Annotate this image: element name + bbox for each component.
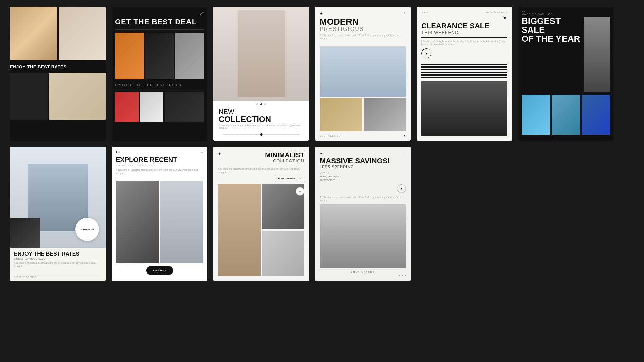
deal-img-1	[115, 33, 144, 79]
card1-img-b1	[10, 73, 48, 120]
biggest-text-block: BIGGEST SALE OF THE YEAR	[522, 17, 582, 92]
mini-collection-sub: COLLECTION	[265, 158, 304, 163]
explore-title: EXPLORE RECENT	[116, 156, 203, 164]
modern-photo-sm1	[320, 98, 362, 131]
biggest-bottom-collage	[522, 95, 610, 135]
diamond-icon-right: ▼	[403, 11, 406, 14]
explore-desc: A collection of upscaled clothes with 50…	[116, 168, 203, 175]
card-modern-prestigious: ✦ ▼ MODERN PRESTIGIOUS A collection to u…	[315, 7, 411, 141]
explore-header-dots	[116, 151, 120, 153]
mini-diamond-icon: ✦	[218, 152, 221, 165]
jump-footer-text: SWIPE TO ARCHIVE	[14, 276, 37, 278]
card-enjoy-jump: View More ENJOY THE BEST RATES GREAT SAV…	[10, 147, 106, 281]
modern-photo-sm2	[364, 98, 406, 131]
mini-desc: A collection of upscaled clothes with 50…	[218, 167, 304, 174]
mini-title-block: MINIMALIST COLLECTION	[265, 152, 304, 165]
massive-top-dash: —	[404, 152, 406, 154]
biggest-top-section: BIGGEST SALE OF THE YEAR	[522, 17, 610, 92]
explore-photo-1	[116, 181, 159, 263]
massive-title: MASSIVE SAVINGS!	[320, 157, 406, 165]
card-best-deal: ↗ GET THE BEST DEAL LIMITED TIME FOR BES…	[112, 7, 207, 141]
jump-enjoy-sub: GREAT SAVINGS SALE	[14, 258, 102, 260]
jump-bottom-divider	[14, 274, 102, 274]
modern-desc: A collection to upscaled clothes with 50…	[320, 34, 406, 40]
biggest-savings-tag: MASSIVE SAVINGS	[522, 13, 610, 15]
explore-divider	[116, 178, 203, 178]
clearance-stripe-block	[421, 62, 507, 78]
collage-img-3	[582, 95, 610, 135]
explore-view-more-btn[interactable]: View More	[146, 266, 173, 275]
biggest-person-img	[584, 17, 610, 92]
explore-fashion-sub: FASHION TRENDS	[116, 164, 203, 167]
card1-img-b2	[49, 73, 106, 120]
collection-dots	[256, 101, 266, 108]
prestigious-sub: PRESTIGIOUS	[320, 26, 406, 32]
collection-label: COLLECTION	[219, 115, 304, 123]
collage-img-1	[522, 95, 550, 135]
mini-circle-btn[interactable]: ▼	[296, 187, 304, 196]
arrow-icon: ↗	[200, 10, 204, 16]
collection-text-block: NEW COLLECTION A selection of upscaled c…	[213, 108, 309, 132]
biggest-title: BIGGEST SALE OF THE YEAR	[522, 17, 582, 43]
card-massive-savings: ✦ — MASSIVE SAVINGS! LESS SPENDING QUALI…	[315, 147, 411, 281]
mini-website-btn[interactable]: YOURWEBSITE.COM	[275, 176, 304, 181]
jump-enjoy-desc: A collection of upscaled clothes with 50…	[14, 261, 102, 268]
dot-2	[260, 103, 262, 105]
card1-top-images	[10, 7, 106, 60]
card1-img-right	[59, 7, 106, 60]
mini-photo-tall	[218, 184, 261, 276]
massive-top-row: ✦ —	[320, 152, 406, 156]
clearance-title: CLEARANCE SALE	[421, 22, 507, 30]
progress-dot	[260, 133, 262, 136]
explore-dot-2	[118, 151, 120, 153]
deal-sub-divider	[115, 89, 204, 89]
massive-diamond-icon: ✦	[320, 152, 323, 156]
massive-dot-1	[399, 275, 400, 276]
deal-small-images	[115, 92, 204, 122]
clearance-design-materials: DESIGN MATERIALS	[485, 11, 507, 14]
deal-title: GET THE BEST DEAL	[115, 18, 204, 26]
mini-top-row: ✦ MINIMALIST COLLECTION	[218, 152, 304, 165]
modern-photo-large	[320, 46, 406, 97]
jump-small-overlay	[10, 218, 40, 248]
massive-shop-link[interactable]: SHOP OFFERS	[320, 270, 406, 273]
card-clearance-sale: SLIDE DESIGN MATERIALS ✦ CLEARANCE SALE …	[417, 7, 512, 141]
collection-figure	[238, 10, 285, 97]
card1-title: ENJOY THE BEST RATES	[10, 62, 106, 71]
massive-desc: A collection of upscaled clothes with 50…	[320, 196, 406, 202]
jump-view-btn[interactable]: View More	[75, 218, 99, 241]
jump-bottom-footer: SWIPE TO ARCHIVE	[10, 276, 106, 281]
mini-photos-grid	[218, 184, 304, 276]
jump-bottom-text: ENJOY THE BEST RATES GREAT SAVINGS SALE …	[10, 248, 106, 272]
explore-photo-pair	[116, 181, 203, 263]
modern-photo-grid	[320, 46, 406, 131]
modern-header-row: ✦ ▼	[320, 11, 406, 16]
collage-img-2	[552, 95, 581, 135]
clearance-small-top: SLIDE	[421, 11, 428, 14]
mini-title: MINIMALIST	[265, 152, 304, 158]
massive-bottom-dots	[320, 275, 406, 276]
biggest-bottom-line	[522, 137, 610, 137]
explore-top-label: —	[201, 151, 203, 153]
deal-divider	[115, 29, 204, 30]
collection-sub-desc: A selection of upscaled clothes with 50%…	[219, 124, 304, 129]
clearance-circle-btn[interactable]: ▼	[421, 48, 431, 58]
modern-footer-row: YOURWEBSITE.IT ✦	[320, 134, 406, 138]
clearance-weekend-sub: THIS WEEKEND	[421, 30, 507, 35]
biggest-small-label: ■■	[522, 10, 610, 12]
deal-small-img-2	[140, 92, 163, 122]
deal-images	[115, 33, 204, 79]
deal-img-2	[145, 33, 174, 79]
massive-circle-btn[interactable]: ▼	[397, 184, 406, 193]
dot-1	[256, 103, 258, 105]
clearance-header-row: SLIDE DESIGN MATERIALS	[421, 11, 507, 14]
dot-3	[264, 103, 266, 105]
explore-photo-2	[160, 181, 204, 263]
explore-dot-1	[116, 151, 117, 153]
deal-img-3	[175, 33, 204, 79]
modern-title: MODERN	[320, 17, 406, 26]
clearance-desc: It is a long established and from that h…	[421, 40, 507, 46]
deal-small-img-3	[165, 92, 204, 122]
collection-main-photo	[213, 7, 309, 101]
new-label: NEW	[219, 108, 304, 115]
